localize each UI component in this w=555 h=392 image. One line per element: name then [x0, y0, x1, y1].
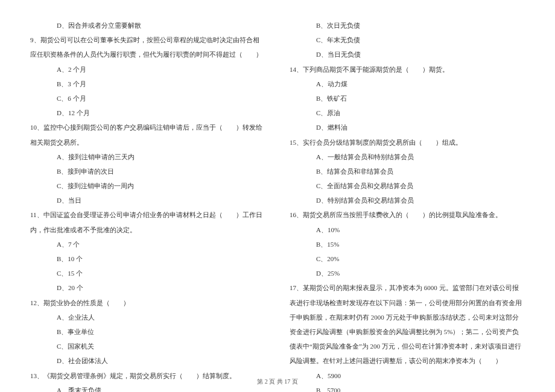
q14-option-a: A、动力煤	[290, 77, 525, 91]
q16-option-c: C、20%	[290, 251, 525, 266]
q9-option-c: C、6 个月	[30, 91, 265, 106]
q9-option-d: D、12 个月	[30, 106, 265, 120]
q10-option-c: C、接到注销申请的一周内	[30, 179, 265, 193]
q15-option-b: B、结算会员和非结算会员	[290, 164, 525, 179]
q14-option-d: D、燃料油	[290, 120, 525, 134]
q9-option-a: A、2 个月	[30, 62, 265, 77]
q15-option-c: C、全面结算会员和交易结算会员	[290, 179, 525, 193]
q14-option-b: B、铁矿石	[290, 91, 525, 106]
q8-option-d: D、因合并或者分立需要解散	[30, 18, 265, 33]
q10-option-b: B、接到申请的次日	[30, 164, 265, 179]
q17-stem: 17、某期货公司的期末报表显示，其净资本为 6000 元。监管部门在对该公司报表…	[290, 280, 525, 368]
q12-option-c: C、国家机关	[30, 339, 265, 353]
q11-option-c: C、15 个	[30, 266, 265, 280]
q9-stem: 9、期货公司可以在公司董事长失踪时，按照公司章程的规定临时决定由符合相应任职资格…	[30, 33, 265, 62]
q11-option-b: B、10 个	[30, 251, 265, 266]
q12-option-d: D、社会团体法人	[30, 353, 265, 368]
two-column-layout: D、因合并或者分立需要解散 9、期货公司可以在公司董事长失踪时，按照公司章程的规…	[30, 18, 525, 392]
q12-option-b: B、事业单位	[30, 324, 265, 339]
q13-option-c: C、年末无负债	[290, 33, 525, 47]
right-column: B、次日无负债 C、年末无负债 D、当日无负债 14、下列商品期货不属于能源期货…	[290, 18, 525, 392]
q14-option-c: C、原油	[290, 106, 525, 120]
left-column: D、因合并或者分立需要解散 9、期货公司可以在公司董事长失踪时，按照公司章程的规…	[30, 18, 265, 392]
q11-option-a: A、7 个	[30, 237, 265, 251]
q14-stem: 14、下列商品期货不属于能源期货的是（ ）期货。	[290, 62, 525, 77]
q9-option-b: B、3 个月	[30, 77, 265, 91]
q10-stem: 10、监控中心接到期货公司的客户交易编码注销申请后，应当于（ ）转发给相关期货交…	[30, 120, 265, 149]
q15-stem: 15、实行会员分级结算制度的期货交易所由（ ）组成。	[290, 135, 525, 150]
q16-option-a: A、10%	[290, 223, 525, 237]
q15-option-a: A、一般结算会员和特别结算会员	[290, 150, 525, 164]
q16-option-d: D、25%	[290, 266, 525, 280]
q13-option-d: D、当日无负债	[290, 47, 525, 62]
q12-stem: 12、期货业协会的性质是（ ）	[30, 296, 265, 310]
q11-option-d: D、20 个	[30, 280, 265, 295]
q10-option-a: A、接到注销申请的三天内	[30, 150, 265, 164]
q16-option-b: B、15%	[290, 237, 525, 251]
q15-option-d: D、特别结算会员和交易结算会员	[290, 193, 525, 207]
q16-stem: 16、期货交易所应当按照手续费收入的（ ）的比例提取风险准备金。	[290, 207, 525, 222]
q11-stem: 11、中国证监会自受理证券公司申请介绍业务的申请材料之日起（ ）工作日内，作出批…	[30, 207, 265, 236]
q13-option-b: B、次日无负债	[290, 18, 525, 33]
page-footer: 第 2 页 共 17 页	[0, 378, 555, 386]
q12-option-a: A、企业法人	[30, 310, 265, 324]
q10-option-d: D、当日	[30, 193, 265, 207]
